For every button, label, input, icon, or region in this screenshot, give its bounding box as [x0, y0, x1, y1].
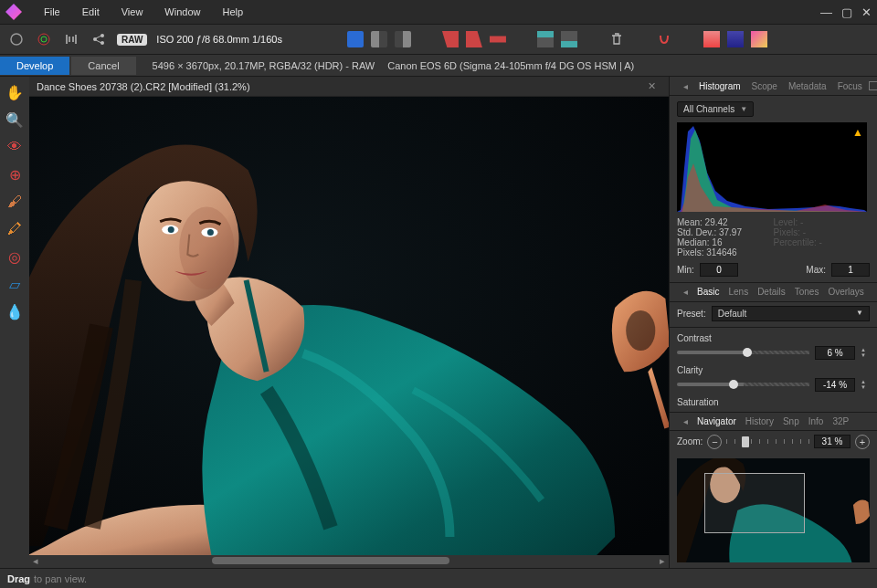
viewport[interactable] — [29, 97, 669, 555]
svg-point-10 — [168, 226, 174, 233]
clarity-value[interactable]: -14 % — [815, 378, 855, 392]
menu-help[interactable]: Help — [211, 6, 254, 17]
tab-32p[interactable]: 32P — [828, 416, 853, 426]
max-label: Max: — [806, 265, 826, 275]
chevron-down-icon: ▼ — [856, 309, 863, 319]
cancel-button[interactable]: Cancel — [71, 57, 135, 75]
view-split-icon[interactable] — [370, 30, 388, 48]
tab-tones[interactable]: Tones — [790, 287, 824, 297]
contrast-stepper[interactable]: ▲▼ — [861, 347, 870, 358]
zoom-slider[interactable] — [726, 439, 809, 445]
overlay-erase-tool[interactable]: 🖍 — [5, 219, 25, 239]
saturation-row: Saturation — [670, 394, 877, 412]
clip-shadow-icon[interactable] — [536, 30, 555, 48]
view-single-icon[interactable] — [346, 30, 365, 48]
min-input[interactable] — [700, 263, 738, 277]
tools-panel: ✋ 🔍 👁 ⊕ 🖌 🖍 ◎ ▱ 💧 — [0, 77, 29, 568]
workspace: ✋ 🔍 👁 ⊕ 🖌 🖍 ◎ ▱ 💧 Dance Shoes 20738 (2).… — [0, 77, 877, 568]
zoom-out-button[interactable]: − — [707, 435, 722, 449]
swatch3-icon[interactable] — [750, 30, 768, 48]
white-balance-tool[interactable]: 💧 — [5, 301, 25, 321]
menu-file[interactable]: File — [33, 6, 71, 17]
ring-icon[interactable] — [7, 30, 26, 48]
horizontal-scrollbar[interactable]: ◂ ▸ — [29, 555, 669, 568]
document-tab[interactable]: Dance Shoes 20738 (2).CR2 [Modified] (31… — [29, 77, 669, 97]
zoom-tool[interactable]: 🔍 — [5, 110, 25, 130]
snap-icon[interactable] — [655, 30, 673, 48]
panel-collapse-icon-3[interactable]: ◂ — [679, 416, 692, 426]
develop-button[interactable]: Develop — [0, 57, 69, 75]
panel-collapse-icon[interactable]: ◂ — [679, 81, 692, 91]
tab-history[interactable]: History — [741, 416, 778, 426]
rotate-cw-icon[interactable] — [465, 30, 483, 48]
hand-tool[interactable]: ✋ — [5, 82, 25, 102]
preset-label: Preset: — [677, 309, 706, 319]
overlay-paint-tool[interactable]: 🖌 — [5, 192, 25, 212]
aperture-icon[interactable] — [35, 30, 53, 48]
top-toolbar: RAW ISO 200 ƒ/8 68.0mm 1/160s — [0, 24, 877, 55]
scroll-right-icon[interactable]: ▸ — [660, 555, 665, 567]
menu-edit[interactable]: Edit — [71, 6, 111, 17]
trash-icon[interactable] — [608, 30, 626, 48]
develop-tabs: ◂ Basic Lens Details Tones Overlays — [670, 282, 877, 301]
zoom-value[interactable]: 31 % — [814, 435, 851, 448]
crop-tool[interactable]: ▱ — [5, 274, 25, 294]
swatch2-icon[interactable] — [726, 30, 745, 48]
contrast-row: Contrast 6 % ▲▼ — [670, 330, 877, 362]
svg-point-0 — [11, 34, 22, 45]
contrast-slider[interactable] — [677, 351, 809, 354]
tab-snapshots[interactable]: Snp — [778, 416, 804, 426]
view-mirror-icon[interactable] — [394, 30, 412, 48]
right-panels: ◂ Histogram Scope Metadata Focus All Cha… — [669, 77, 877, 568]
max-input[interactable] — [831, 263, 870, 277]
svg-point-12 — [207, 229, 214, 236]
tab-scope[interactable]: Scope — [747, 81, 782, 91]
tab-basic[interactable]: Basic — [692, 287, 724, 297]
min-label: Min: — [677, 265, 694, 275]
channel-dropdown-label: All Channels — [683, 104, 734, 114]
camera-info-text: Canon EOS 6D (Sigma 24-105mm f/4 DG OS H… — [387, 60, 634, 71]
navigator-viewbox[interactable] — [704, 473, 805, 533]
tab-focus[interactable]: Focus — [833, 81, 867, 91]
photo-content — [29, 97, 669, 555]
clarity-stepper[interactable]: ▲▼ — [861, 379, 870, 390]
status-hint-bold: Drag — [7, 573, 30, 584]
share-icon[interactable] — [90, 30, 108, 48]
tab-histogram[interactable]: Histogram — [694, 81, 745, 91]
zoom-knob[interactable] — [742, 436, 749, 447]
minimize-icon[interactable]: — — [820, 5, 832, 19]
flip-icon[interactable] — [489, 30, 507, 48]
swatch1-icon[interactable] — [703, 30, 721, 48]
redeye-tool[interactable]: 👁 — [5, 137, 25, 157]
blemish-tool[interactable]: ⊕ — [5, 164, 25, 184]
overlay-gradient-tool[interactable]: ◎ — [5, 247, 25, 267]
panel-collapse-icon-2[interactable]: ◂ — [679, 287, 692, 297]
contrast-knob[interactable] — [743, 348, 752, 357]
scrollbar-thumb[interactable] — [212, 557, 449, 564]
zoom-in-button[interactable]: + — [855, 435, 870, 449]
menu-window[interactable]: Window — [153, 6, 211, 17]
maximize-icon[interactable]: ▢ — [841, 5, 852, 19]
tab-metadata[interactable]: Metadata — [784, 81, 831, 91]
panel-menu-icon[interactable] — [869, 81, 877, 90]
channel-dropdown[interactable]: All Channels ▼ — [677, 101, 754, 117]
navigator-thumbnail[interactable] — [677, 458, 870, 562]
clarity-label: Clarity — [677, 365, 870, 375]
histogram-graph[interactable]: ▲ — [677, 122, 867, 212]
clip-highlight-icon[interactable] — [560, 30, 578, 48]
tab-info[interactable]: Info — [804, 416, 829, 426]
menu-view[interactable]: View — [111, 6, 154, 17]
clarity-slider[interactable] — [677, 383, 809, 386]
rotate-ccw-icon[interactable] — [441, 30, 460, 48]
tab-lens[interactable]: Lens — [724, 287, 753, 297]
mirror-icon[interactable] — [62, 30, 80, 48]
contrast-value[interactable]: 6 % — [815, 346, 855, 360]
scroll-left-icon[interactable]: ◂ — [33, 555, 38, 567]
preset-dropdown[interactable]: Default ▼ — [712, 306, 870, 321]
tab-overlays[interactable]: Overlays — [823, 287, 868, 297]
close-icon[interactable]: ✕ — [861, 5, 872, 19]
clarity-knob[interactable] — [729, 380, 738, 389]
tab-details[interactable]: Details — [753, 287, 790, 297]
tab-navigator[interactable]: Navigator — [692, 416, 741, 426]
close-document-icon[interactable]: ✕ — [642, 80, 661, 92]
